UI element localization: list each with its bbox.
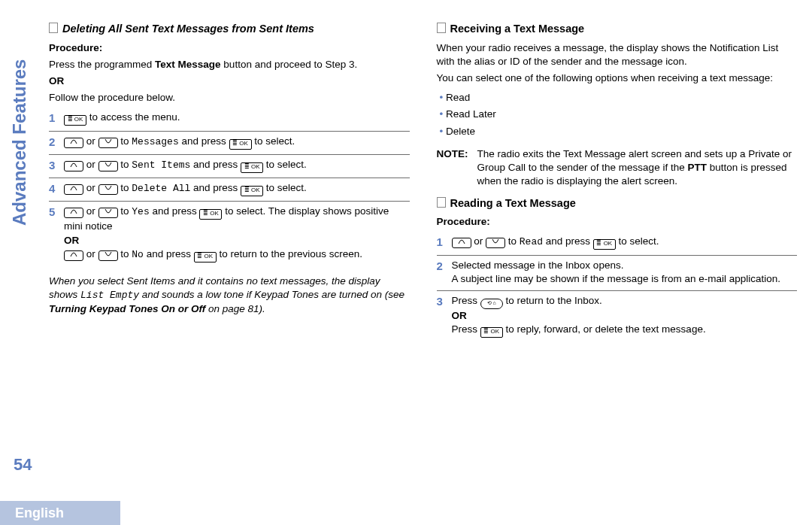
step-3: 3 or to Sent Items and press ≣ OK to sel… bbox=[49, 155, 410, 178]
option-read: Read bbox=[440, 90, 798, 106]
up-key-icon bbox=[64, 138, 83, 148]
option-read-later: Read Later bbox=[440, 106, 798, 123]
page-number: 54 bbox=[14, 455, 32, 475]
t: to bbox=[118, 182, 132, 193]
t: and press bbox=[150, 205, 200, 217]
up-key-icon bbox=[64, 161, 83, 171]
right-steps: 1 or to Read and press ≣ OK to select. 2… bbox=[437, 232, 798, 342]
t: to bbox=[118, 159, 132, 170]
left-heading: Deleting All Sent Text Messages from Sen… bbox=[49, 22, 410, 37]
t: and press bbox=[190, 182, 241, 193]
up-key-icon bbox=[64, 184, 83, 195]
step-4: 4 or to Delete All and press ≣ OK to sel… bbox=[49, 178, 410, 202]
procedure-label: Procedure: bbox=[49, 41, 410, 55]
step-body: or to Messages and press ≣ OK to select. bbox=[64, 135, 410, 150]
ok-key-icon: ≣ OK bbox=[593, 239, 616, 250]
r-step-1: 1 or to Read and press ≣ OK to select. bbox=[437, 232, 798, 255]
t: or bbox=[471, 235, 486, 247]
option-delete: Delete bbox=[440, 123, 798, 140]
step-number: 2 bbox=[437, 259, 452, 286]
left-steps: 1 ≣ OK to access the menu. 2 or to Messa… bbox=[49, 108, 410, 266]
or-separator: OR bbox=[452, 309, 798, 323]
right-heading-1: Receiving a Text Message bbox=[437, 22, 798, 37]
step1-text: to access the menu. bbox=[86, 111, 180, 123]
note-c: on page 81). bbox=[205, 303, 265, 314]
step-body: Selected message in the Inbox opens. A s… bbox=[452, 259, 798, 286]
step-number: 1 bbox=[49, 111, 64, 126]
up-key-icon bbox=[452, 238, 471, 248]
r-step-3: 3 Press ⟲ ⌂ to return to the Inbox. OR P… bbox=[437, 291, 798, 342]
intro1-bold: Text Message bbox=[155, 59, 221, 70]
r-step2b: A subject line may be shown if the messa… bbox=[452, 272, 798, 286]
t: or bbox=[83, 248, 98, 259]
procedure-label: Procedure: bbox=[437, 215, 798, 229]
footer-language-text: English bbox=[15, 505, 64, 521]
note-bold: Turning Keypad Tones On or Off bbox=[49, 303, 205, 314]
manual-page: Advanced Features 54 English Deleting Al… bbox=[0, 0, 812, 525]
back-key-icon: ⟲ ⌂ bbox=[480, 299, 503, 309]
step-body: or to Yes and press ≣ OK to select. The … bbox=[64, 205, 410, 262]
t: Press bbox=[452, 295, 480, 306]
ok-key-icon: ≣ OK bbox=[241, 162, 263, 173]
down-key-icon bbox=[98, 250, 118, 261]
step-number: 2 bbox=[49, 135, 64, 150]
step-2: 2 or to Messages and press ≣ OK to selec… bbox=[49, 132, 410, 155]
menu-target: No bbox=[132, 249, 144, 260]
right-column: Receiving a Text Message When your radio… bbox=[437, 19, 798, 480]
empty-list-note: When you select Sent Items and it contai… bbox=[49, 275, 410, 316]
menu-target: Delete All bbox=[132, 183, 190, 194]
t: or bbox=[83, 135, 98, 147]
t: and press bbox=[179, 135, 229, 147]
step-number: 1 bbox=[437, 235, 452, 250]
document-icon bbox=[437, 197, 446, 208]
right-para-1: When your radio receives a message, the … bbox=[437, 41, 798, 68]
left-heading-text: Deleting All Sent Text Messages from Sen… bbox=[62, 23, 314, 35]
section-label-text: Advanced Features bbox=[9, 59, 29, 226]
t: or bbox=[83, 159, 98, 170]
right-heading-2-text: Reading a Text Message bbox=[450, 197, 576, 209]
or-separator: OR bbox=[49, 74, 410, 88]
menu-target: Messages bbox=[132, 136, 178, 147]
ok-key-icon: ≣ OK bbox=[229, 139, 252, 150]
intro1a: Press the programmed bbox=[49, 59, 155, 70]
step-body: or to Sent Items and press ≣ OK to selec… bbox=[64, 158, 410, 173]
down-key-icon bbox=[98, 161, 118, 171]
down-key-icon bbox=[486, 238, 505, 248]
note-label: NOTE: bbox=[437, 147, 477, 189]
t: to select. bbox=[263, 182, 307, 193]
t: to bbox=[118, 135, 132, 147]
r-step-2: 2 Selected message in the Inbox opens. A… bbox=[437, 256, 798, 291]
note-mono: List Empty bbox=[80, 290, 139, 301]
t: to select. bbox=[616, 235, 659, 247]
t: to return to the previous screen. bbox=[217, 248, 362, 259]
note-b: and sounds a low tone if Keypad Tones ar… bbox=[139, 289, 404, 300]
step-body: or to Read and press ≣ OK to select. bbox=[452, 235, 798, 250]
t: to bbox=[505, 235, 520, 247]
t: Press bbox=[452, 323, 480, 335]
t: or bbox=[83, 205, 98, 217]
note-block: NOTE: The radio exits the Text Message a… bbox=[437, 147, 798, 189]
t: to select. bbox=[252, 135, 295, 147]
step-number: 5 bbox=[49, 205, 64, 262]
ok-key-icon: ≣ OK bbox=[64, 115, 86, 126]
t: to return to the Inbox. bbox=[503, 295, 602, 306]
intro1b: button and proceed to Step 3. bbox=[221, 59, 358, 70]
step-body: or to Delete All and press ≣ OK to selec… bbox=[64, 181, 410, 196]
right-heading-2: Reading a Text Message bbox=[437, 196, 798, 211]
t: and press bbox=[190, 159, 241, 170]
t: to bbox=[118, 248, 132, 259]
note-bold: PTT bbox=[687, 162, 707, 173]
right-heading-1-text: Receiving a Text Message bbox=[450, 23, 585, 35]
step-5: 5 or to Yes and press ≣ OK to select. Th… bbox=[49, 202, 410, 266]
menu-target: Yes bbox=[132, 206, 149, 217]
right-para-2: You can select one of the following opti… bbox=[437, 71, 798, 85]
ok-key-icon: ≣ OK bbox=[199, 209, 222, 220]
step-body: ≣ OK to access the menu. bbox=[64, 111, 410, 126]
option-list: Read Read Later Delete bbox=[437, 90, 798, 140]
down-key-icon bbox=[98, 184, 118, 195]
document-icon bbox=[49, 23, 58, 33]
menu-target: Read bbox=[520, 236, 543, 247]
t: to bbox=[118, 205, 132, 217]
content-columns: Deleting All Sent Text Messages from Sen… bbox=[49, 19, 797, 480]
step-number: 3 bbox=[437, 294, 452, 338]
